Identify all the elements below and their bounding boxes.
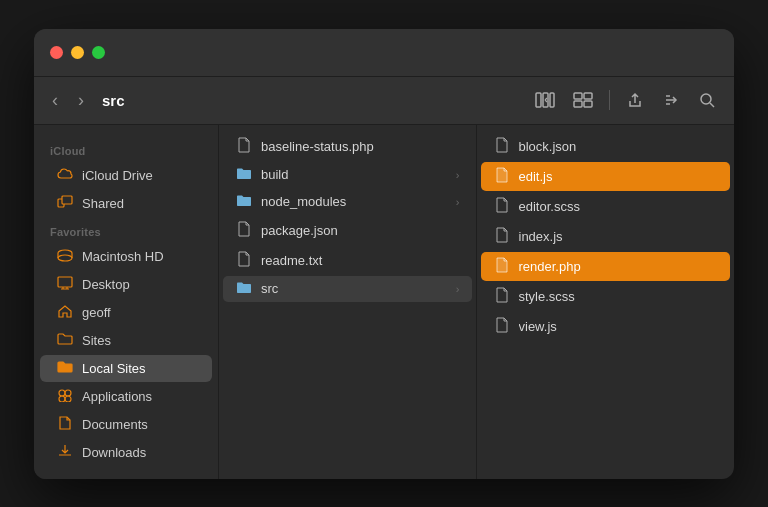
file-name: node_modules	[261, 194, 448, 209]
file-icon	[235, 137, 253, 156]
sidebar-section-icloud: iCloud	[34, 137, 218, 161]
sidebar-item-shared[interactable]: Shared	[40, 190, 212, 217]
file-icon	[493, 167, 511, 186]
file-name: style.scss	[519, 289, 719, 304]
finder-window: ‹ › src	[34, 29, 734, 479]
drive-icon	[56, 248, 74, 265]
sidebar-section-favorites: Favorites	[34, 218, 218, 242]
traffic-lights	[50, 46, 105, 59]
back-button[interactable]: ‹	[46, 86, 64, 115]
chevron-right-icon: ›	[456, 169, 460, 181]
file-pane-right: block.json edit.js	[477, 125, 735, 479]
sidebar-item-desktop[interactable]: Desktop	[40, 271, 212, 298]
file-name: readme.txt	[261, 253, 460, 268]
folder-icon	[235, 167, 253, 183]
sidebar-item-sites[interactable]: Sites	[40, 327, 212, 354]
sidebar-item-downloads[interactable]: Downloads	[40, 439, 212, 466]
downloads-icon	[56, 444, 74, 461]
toolbar-right	[529, 87, 722, 113]
list-item[interactable]: src ›	[223, 276, 472, 302]
list-item[interactable]: editor.scss	[481, 192, 731, 221]
file-name: package.json	[261, 223, 460, 238]
titlebar	[34, 29, 734, 77]
svg-point-13	[65, 390, 71, 396]
sidebar-item-applications[interactable]: Applications	[40, 383, 212, 410]
list-item[interactable]: node_modules ›	[223, 189, 472, 215]
file-name: build	[261, 167, 448, 182]
file-icon	[235, 221, 253, 240]
sidebar-item-documents[interactable]: Documents	[40, 411, 212, 438]
home-icon	[56, 304, 74, 321]
close-button[interactable]	[50, 46, 63, 59]
sidebar-item-macintosh-hd[interactable]: Macintosh HD	[40, 243, 212, 270]
chevron-right-icon: ›	[456, 196, 460, 208]
minimize-button[interactable]	[71, 46, 84, 59]
sidebar-item-local-sites[interactable]: Local Sites	[40, 355, 212, 382]
forward-button[interactable]: ›	[72, 86, 90, 115]
toolbar-separator	[609, 90, 610, 110]
file-name: index.js	[519, 229, 719, 244]
list-item[interactable]: index.js	[481, 222, 731, 251]
list-item[interactable]: readme.txt	[223, 246, 472, 275]
svg-rect-2	[550, 93, 554, 107]
sidebar-item-label: Documents	[82, 417, 196, 432]
file-name: baseline-status.php	[261, 139, 460, 154]
svg-point-14	[59, 396, 65, 402]
view-grid-button[interactable]	[567, 88, 599, 112]
documents-icon	[56, 416, 74, 433]
file-pane-left: baseline-status.php build ›	[219, 125, 477, 479]
sidebar-item-icloud-drive[interactable]: iCloud Drive	[40, 162, 212, 189]
folder-icon	[235, 281, 253, 297]
sidebar-item-label: geoff	[82, 305, 196, 320]
file-icon	[493, 257, 511, 276]
view-columns-button[interactable]	[529, 88, 561, 112]
cloud-icon	[56, 167, 74, 184]
list-item[interactable]: render.php	[481, 252, 731, 281]
svg-rect-0	[536, 93, 541, 107]
content-area: iCloud iCloud Drive Shared	[34, 125, 734, 479]
sidebar: iCloud iCloud Drive Shared	[34, 125, 219, 479]
file-icon	[493, 287, 511, 306]
chevron-right-icon: ›	[456, 283, 460, 295]
sidebar-item-label: Desktop	[82, 277, 196, 292]
list-item[interactable]: baseline-status.php	[223, 132, 472, 161]
file-icon	[493, 227, 511, 246]
sidebar-item-label: Applications	[82, 389, 196, 404]
list-item[interactable]: edit.js	[481, 162, 731, 191]
sidebar-item-geoff[interactable]: geoff	[40, 299, 212, 326]
folder-icon	[56, 332, 74, 349]
shared-icon	[56, 195, 74, 212]
svg-rect-3	[574, 93, 582, 99]
list-item[interactable]: block.json	[481, 132, 731, 161]
svg-rect-4	[584, 93, 592, 99]
svg-point-15	[65, 396, 71, 402]
file-name: view.js	[519, 319, 719, 334]
svg-rect-6	[584, 101, 592, 107]
file-name: editor.scss	[519, 199, 719, 214]
file-name: render.php	[519, 259, 719, 274]
sidebar-item-label: Macintosh HD	[82, 249, 196, 264]
file-panes: baseline-status.php build ›	[219, 125, 734, 479]
maximize-button[interactable]	[92, 46, 105, 59]
svg-point-10	[58, 255, 72, 261]
list-item[interactable]: package.json	[223, 216, 472, 245]
folder-icon	[235, 194, 253, 210]
file-icon	[493, 137, 511, 156]
list-item[interactable]: style.scss	[481, 282, 731, 311]
file-name: block.json	[519, 139, 719, 154]
search-button[interactable]	[692, 87, 722, 113]
applications-icon	[56, 388, 74, 405]
sidebar-item-label: Local Sites	[82, 361, 196, 376]
more-button[interactable]	[656, 87, 686, 113]
folder-active-icon	[56, 360, 74, 377]
file-icon	[235, 251, 253, 270]
sidebar-item-label: iCloud Drive	[82, 168, 196, 183]
share-button[interactable]	[620, 87, 650, 113]
sidebar-item-label: Sites	[82, 333, 196, 348]
sidebar-item-label: Downloads	[82, 445, 196, 460]
list-item[interactable]: view.js	[481, 312, 731, 341]
svg-point-7	[701, 94, 711, 104]
svg-rect-9	[62, 196, 72, 204]
list-item[interactable]: build ›	[223, 162, 472, 188]
file-icon	[493, 317, 511, 336]
